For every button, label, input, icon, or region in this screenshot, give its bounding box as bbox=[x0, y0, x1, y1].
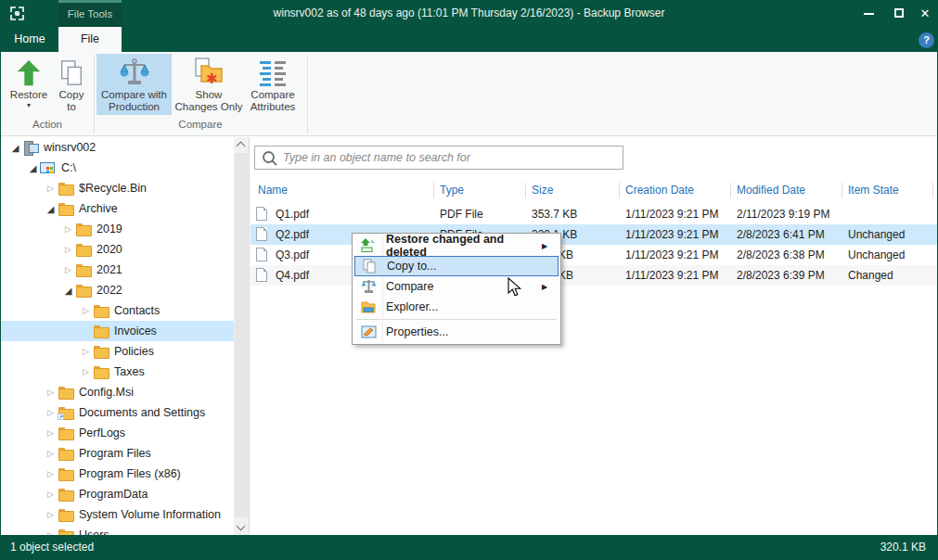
help-button[interactable]: ? bbox=[919, 32, 934, 48]
expander-expanded-icon[interactable]: ◢ bbox=[61, 286, 75, 296]
tree-item-config-msi[interactable]: ▷Config.Msi bbox=[1, 382, 234, 402]
expander-expanded-icon[interactable]: ◢ bbox=[44, 204, 58, 214]
cell-type: PDF File bbox=[440, 208, 483, 221]
file-row-q1-pdf[interactable]: Q1.pdfPDF File353.7 KB1/11/2023 9:21 PM2… bbox=[251, 204, 937, 224]
expander-collapsed-icon[interactable]: ▷ bbox=[44, 388, 58, 397]
tree-item-2021[interactable]: ▷2021 bbox=[1, 260, 234, 280]
expander-collapsed-icon[interactable]: ▷ bbox=[79, 306, 93, 315]
compare-attributes-button[interactable]: Compare Attributes bbox=[244, 54, 302, 115]
tree-item-system-volume-information[interactable]: ▷System Volume Information bbox=[1, 504, 234, 525]
expander-collapsed-icon[interactable]: ▷ bbox=[79, 347, 93, 356]
minimize-button[interactable] bbox=[854, 0, 882, 27]
restore-icon bbox=[354, 238, 382, 253]
tree-item-recycle-bin[interactable]: ▷$Recycle.Bin bbox=[1, 178, 234, 198]
column-header-type[interactable]: Type bbox=[440, 184, 464, 197]
menu-item-label: Properties... bbox=[382, 325, 542, 338]
table-header: NameTypeSizeCreation DateModified DateIt… bbox=[251, 181, 937, 201]
svg-text:✱: ✱ bbox=[206, 70, 218, 87]
column-header-size[interactable]: Size bbox=[532, 184, 553, 197]
contextual-tab-file-tools[interactable]: File Tools bbox=[58, 0, 122, 27]
compare-with-production-button[interactable]: Compare with Production bbox=[96, 54, 172, 115]
expander-collapsed-icon[interactable]: ▷ bbox=[61, 224, 75, 234]
search-box[interactable] bbox=[254, 146, 623, 170]
cell-size: 353.7 KB bbox=[532, 208, 577, 221]
show-changes-only-button[interactable]: ✱ Show Changes Only bbox=[173, 54, 244, 115]
tree-item-c[interactable]: ◢C:\ bbox=[1, 158, 234, 178]
expander-collapsed-icon[interactable]: ▷ bbox=[61, 245, 75, 254]
menu-item-copy-to[interactable]: Copy to... bbox=[354, 256, 559, 276]
expander-collapsed-icon[interactable]: ▷ bbox=[44, 408, 58, 417]
folder-icon bbox=[93, 345, 109, 358]
scroll-down-icon[interactable] bbox=[237, 522, 246, 531]
tree-item-label: 2022 bbox=[96, 284, 122, 297]
tab-file[interactable]: File bbox=[58, 27, 122, 52]
menu-separator bbox=[356, 319, 557, 320]
shortcut-arrow-icon: ↗ bbox=[58, 414, 64, 420]
ribbon-group-compare-label: Compare bbox=[94, 119, 307, 134]
close-button[interactable]: ✕ bbox=[911, 0, 938, 27]
menu-item-properties[interactable]: Properties... bbox=[354, 322, 559, 342]
folder-icon bbox=[75, 284, 91, 297]
expander-collapsed-icon[interactable]: ▷ bbox=[61, 265, 75, 274]
expander-collapsed-icon[interactable]: ▷ bbox=[44, 469, 58, 478]
expander-collapsed-icon[interactable]: ▷ bbox=[79, 367, 93, 376]
tree-item-2019[interactable]: ▷2019 bbox=[1, 219, 234, 239]
tree-item-winsrv002[interactable]: ◢winsrv002 bbox=[1, 137, 234, 158]
tree-item-label: Archive bbox=[79, 202, 118, 215]
folder-shortcut-icon: ↗ bbox=[58, 406, 73, 419]
scrollbar-thumb[interactable] bbox=[235, 153, 248, 517]
column-header-creation-date[interactable]: Creation Date bbox=[625, 184, 694, 197]
tree-item-taxes[interactable]: ▷Taxes bbox=[1, 362, 234, 382]
menu-item-explorer[interactable]: Explorer... bbox=[354, 297, 559, 317]
tree-item-archive[interactable]: ◢Archive bbox=[1, 198, 234, 219]
menu-item-compare[interactable]: Compare▶ bbox=[354, 276, 559, 297]
expander-expanded-icon[interactable]: ◢ bbox=[26, 163, 40, 173]
tree-item-label: 2020 bbox=[96, 243, 122, 256]
show-changes-only-label-2: Changes Only bbox=[173, 101, 244, 113]
cell-modified: 2/11/2023 9:19 PM bbox=[737, 208, 830, 221]
folder-icon bbox=[58, 386, 73, 399]
search-input[interactable] bbox=[283, 147, 619, 168]
tree-item-invoices[interactable]: Invoices bbox=[1, 321, 234, 341]
scroll-up-icon[interactable] bbox=[237, 142, 246, 151]
tree-item-label: $Recycle.Bin bbox=[79, 182, 147, 195]
tree-item-2020[interactable]: ▷2020 bbox=[1, 239, 234, 260]
cell-name: Q1.pdf bbox=[276, 208, 309, 221]
copy-to-label-2: to bbox=[52, 101, 91, 113]
tree-item-documents-and-settings[interactable]: ▷↗Documents and Settings bbox=[1, 402, 234, 423]
column-header-name[interactable]: Name bbox=[258, 184, 288, 197]
tree-scrollbar[interactable] bbox=[234, 137, 249, 535]
expander-collapsed-icon[interactable]: ▷ bbox=[44, 428, 58, 438]
column-header-item-state[interactable]: Item State bbox=[848, 184, 899, 197]
tree-item-policies[interactable]: ▷Policies bbox=[1, 341, 234, 362]
maximize-button[interactable] bbox=[885, 0, 913, 27]
search-icon bbox=[262, 150, 278, 167]
expander-collapsed-icon[interactable]: ▷ bbox=[44, 510, 58, 519]
tree-item-2022[interactable]: ◢2022 bbox=[1, 280, 234, 300]
copy-to-button[interactable]: Copy to bbox=[52, 54, 91, 115]
column-separator bbox=[730, 183, 731, 198]
column-header-modified-date[interactable]: Modified Date bbox=[737, 184, 805, 197]
ribbon-group-action-label: Action bbox=[1, 119, 94, 134]
tab-home[interactable]: Home bbox=[1, 27, 58, 52]
tree-item-users[interactable]: ▷Users bbox=[1, 525, 234, 535]
tree-item-contacts[interactable]: ▷Contacts bbox=[1, 300, 234, 321]
status-selected-count: 1 object selected bbox=[10, 535, 94, 560]
file-icon bbox=[256, 268, 267, 282]
expander-collapsed-icon[interactable]: ▷ bbox=[44, 184, 58, 193]
tree-item-program-files-x86[interactable]: ▷Program Files (x86) bbox=[1, 464, 234, 484]
tree-item-label: winsrv002 bbox=[44, 141, 96, 154]
tree-item-programdata[interactable]: ▷ProgramData bbox=[1, 484, 234, 504]
expander-collapsed-icon[interactable]: ▷ bbox=[44, 449, 58, 458]
server-icon bbox=[22, 141, 38, 154]
tree-item-perflogs[interactable]: ▷PerfLogs bbox=[1, 423, 234, 443]
menu-item-restore-changed-and-deleted[interactable]: Restore changed and deleted▶ bbox=[354, 235, 559, 256]
restore-button[interactable]: Restore ▾ bbox=[6, 54, 51, 115]
expander-expanded-icon[interactable]: ◢ bbox=[8, 143, 22, 153]
compare-attributes-label-2: Attributes bbox=[244, 101, 302, 113]
file-icon bbox=[256, 248, 267, 261]
drive-icon bbox=[40, 161, 56, 174]
tree-item-program-files[interactable]: ▷Program Files bbox=[1, 443, 234, 464]
expander-collapsed-icon[interactable]: ▷ bbox=[44, 490, 58, 499]
cell-state: Unchanged bbox=[848, 248, 905, 261]
